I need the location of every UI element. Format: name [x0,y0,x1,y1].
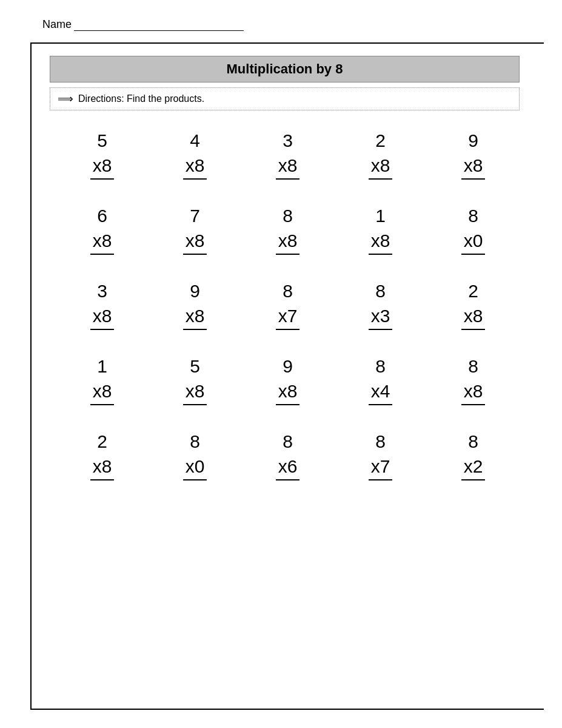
problem-top-number: 1 [375,204,386,228]
problem-multiplier: x3 [369,304,393,330]
problem-top-number: 2 [97,430,107,453]
problem-item: 2x8 [334,129,427,180]
problem-item: 1x8 [334,204,427,255]
problem-top-number: 3 [283,129,293,152]
problem-top-number: 2 [468,279,478,303]
problem-multiplier: x8 [183,304,207,330]
problem-item: 5x8 [56,129,149,180]
problem-item: 8x3 [334,279,427,330]
problem-multiplier: x8 [90,454,115,480]
problem-top-number: 8 [283,204,293,228]
problem-top-number: 2 [375,129,386,152]
problem-item: 1x8 [56,354,149,405]
problems-grid: 5x84x83x82x89x86x87x88x81x88x03x89x88x78… [56,129,520,480]
problem-multiplier: x8 [276,153,300,180]
problem-top-number: 8 [375,279,386,303]
problem-top-number: 5 [190,354,200,378]
problem-top-number: 3 [97,279,107,303]
problem-item: 3x8 [241,129,334,180]
problem-item: 8x8 [427,354,520,405]
problem-item: 5x8 [149,354,241,405]
content-area: Multiplication by 8 ⟹ Directions: Find t… [32,44,544,709]
problem-item: 4x8 [149,129,241,180]
problem-item: 3x8 [56,279,149,330]
problem-item: 8x0 [149,430,241,480]
name-underline [74,20,244,31]
problem-item: 9x8 [427,129,520,180]
problem-multiplier: x7 [276,304,300,330]
problem-top-number: 4 [190,129,200,152]
problem-multiplier: x8 [276,379,300,405]
problem-top-number: 8 [190,430,200,453]
problem-multiplier: x8 [369,229,393,255]
arrow-icon: ⟹ [58,92,73,106]
problem-multiplier: x8 [276,229,300,255]
problem-multiplier: x7 [369,454,393,480]
problem-top-number: 8 [375,354,386,378]
problem-multiplier: x8 [90,379,115,405]
problem-top-number: 9 [283,354,293,378]
problem-item: 8x4 [334,354,427,405]
problem-top-number: 8 [468,430,478,453]
problem-multiplier: x0 [183,454,207,480]
problem-item: 9x8 [241,354,334,405]
problem-multiplier: x8 [369,153,393,180]
problem-item: 8x7 [241,279,334,330]
problem-multiplier: x6 [276,454,300,480]
directions-box: ⟹ Directions: Find the products. [50,87,520,110]
worksheet-title: Multiplication by 8 [50,56,520,83]
problem-item: 8x7 [334,430,427,480]
problem-multiplier: x8 [461,153,486,180]
problem-top-number: 8 [375,430,386,453]
problem-item: 6x8 [56,204,149,255]
problem-item: 2x8 [427,279,520,330]
directions-text: Directions: Find the products. [78,93,204,104]
problem-multiplier: x0 [461,229,486,255]
problem-item: 8x0 [427,204,520,255]
problem-multiplier: x8 [90,304,115,330]
name-line: Name [42,18,532,31]
problem-top-number: 9 [190,279,200,303]
problem-top-number: 8 [468,354,478,378]
problem-item: 2x8 [56,430,149,480]
border-bottom [30,709,544,710]
problem-item: 8x8 [241,204,334,255]
problem-multiplier: x8 [183,229,207,255]
problem-item: 8x2 [427,430,520,480]
problem-top-number: 6 [97,204,107,228]
problem-top-number: 7 [190,204,200,228]
worksheet-page: Name Multiplication by 8 ⟹ Directions: F… [0,0,562,728]
problem-top-number: 8 [283,279,293,303]
problem-top-number: 8 [283,430,293,453]
problem-item: 7x8 [149,204,241,255]
problem-item: 9x8 [149,279,241,330]
problem-multiplier: x2 [461,454,486,480]
problem-multiplier: x8 [183,379,207,405]
problem-multiplier: x8 [461,379,486,405]
problem-multiplier: x8 [183,153,207,180]
problem-item: 8x6 [241,430,334,480]
name-label: Name [42,18,72,31]
problem-multiplier: x8 [90,229,115,255]
problem-multiplier: x8 [461,304,486,330]
problem-top-number: 8 [468,204,478,228]
problem-top-number: 5 [97,129,107,152]
problem-multiplier: x8 [90,153,115,180]
problem-top-number: 9 [468,129,478,152]
problem-multiplier: x4 [369,379,393,405]
problem-top-number: 1 [97,354,107,378]
